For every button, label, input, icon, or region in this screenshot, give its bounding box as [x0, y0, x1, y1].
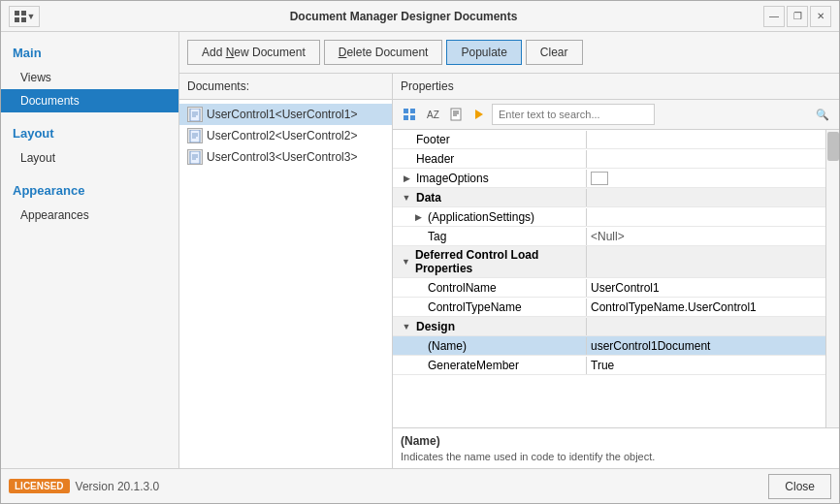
- prop-label-appsettings: ▶ (ApplicationSettings): [393, 208, 587, 226]
- prop-label-deferred: ▼ Deferred Control Load Properties: [393, 246, 587, 277]
- svg-rect-19: [410, 115, 415, 120]
- expand-imageoptions-icon[interactable]: ▶: [401, 173, 412, 184]
- svg-rect-3: [21, 17, 26, 22]
- status-left: LICENSED Version 20.1.3.0: [9, 479, 159, 493]
- prop-label-data: ▼ Data: [393, 189, 587, 206]
- svg-rect-16: [404, 109, 408, 113]
- doc-item-0[interactable]: UserControl1<UserControl1>: [179, 104, 392, 125]
- prop-section-design[interactable]: ▼ Design: [393, 317, 825, 336]
- prop-value-footer: [587, 138, 825, 142]
- minimize-button[interactable]: —: [763, 6, 785, 27]
- sidebar-section-main[interactable]: Main: [1, 40, 178, 66]
- prop-label-imageoptions: ▶ ImageOptions: [393, 170, 587, 187]
- documents-header: Documents:: [179, 74, 392, 100]
- sidebar: Main Views Documents Layout Layout Appea…: [1, 32, 179, 468]
- prop-row-header[interactable]: Header: [393, 149, 825, 169]
- prop-row-imageoptions[interactable]: ▶ ImageOptions: [393, 169, 825, 188]
- props-footer-desc: Indicates the name used in code to ident…: [401, 451, 831, 462]
- prop-label-generatemember: GenerateMember: [393, 357, 587, 374]
- doc-item-2[interactable]: UserControl3<UserControl3>: [179, 146, 392, 168]
- sidebar-item-documents[interactable]: Documents: [1, 89, 178, 112]
- prop-row-generatemember[interactable]: GenerateMember True: [393, 356, 825, 375]
- sidebar-item-appearances[interactable]: Appearances: [1, 204, 178, 227]
- prop-value-tag: <Null>: [587, 228, 825, 245]
- prop-value-controlname: UserControl1: [587, 279, 825, 297]
- prop-value-name: userControl1Document: [587, 337, 825, 355]
- doc-icon-2: [187, 149, 203, 165]
- doc-name-1: UserControl2<UserControl2>: [207, 129, 357, 142]
- prop-row-tag[interactable]: Tag <Null>: [393, 227, 825, 246]
- scrollbar-thumb: [827, 132, 839, 161]
- documents-list: UserControl1<UserControl1> UserControl2<…: [179, 100, 392, 468]
- prop-label-controltypename: ControlTypeName: [393, 299, 587, 316]
- expand-deferred-icon[interactable]: ▼: [401, 256, 411, 268]
- props-page-button[interactable]: [445, 104, 467, 125]
- prop-label-name: (Name): [393, 337, 587, 355]
- prop-label-footer: Footer: [393, 131, 587, 148]
- restore-button[interactable]: ❐: [787, 6, 808, 27]
- props-search-input[interactable]: [492, 104, 655, 125]
- window-title: Document Manager Designer Documents: [44, 10, 763, 23]
- dropdown-arrow-icon: ▼: [27, 12, 36, 21]
- prop-section-data[interactable]: ▼ Data: [393, 188, 825, 207]
- properties-header: Properties: [393, 74, 839, 100]
- svg-rect-1: [21, 11, 26, 16]
- prop-row-controlname[interactable]: ControlName UserControl1: [393, 278, 825, 298]
- doc-icon-0: [187, 107, 203, 122]
- doc-icon-1: [187, 128, 203, 143]
- svg-rect-0: [15, 11, 19, 16]
- prop-row-name[interactable]: (Name) userControl1Document: [393, 336, 825, 356]
- prop-label-design: ▼ Design: [393, 318, 587, 335]
- documents-panel: Documents: UserControl1<UserControl1>: [179, 74, 393, 468]
- prop-label-controlname: ControlName: [393, 279, 587, 297]
- props-scrollbar[interactable]: [825, 130, 839, 427]
- sidebar-section-layout[interactable]: Layout: [1, 120, 178, 146]
- svg-rect-2: [15, 17, 19, 22]
- close-window-button[interactable]: ✕: [810, 6, 831, 27]
- prop-row-appsettings[interactable]: ▶ (ApplicationSettings): [393, 207, 825, 227]
- imageoptions-value-box: [591, 172, 608, 185]
- prop-label-header: Header: [393, 150, 587, 168]
- close-button[interactable]: Close: [768, 474, 831, 499]
- prop-value-controltypename: ControlTypeName.UserControl1: [587, 299, 825, 316]
- delete-document-button[interactable]: Delete Document: [324, 40, 443, 65]
- doc-name-0: UserControl1<UserControl1>: [207, 108, 357, 121]
- prop-value-header: [587, 157, 825, 161]
- grid-view-button[interactable]: ▼: [9, 6, 40, 27]
- props-events-button[interactable]: [468, 104, 490, 125]
- toolbar: Add New Document Delete Document Populat…: [179, 32, 839, 74]
- doc-name-2: UserControl3<UserControl3>: [207, 150, 357, 164]
- prop-section-deferred[interactable]: ▼ Deferred Control Load Properties: [393, 246, 825, 278]
- populate-button[interactable]: Populate: [446, 40, 521, 65]
- expand-appsettings-icon[interactable]: ▶: [412, 211, 424, 223]
- svg-text:AZ: AZ: [427, 110, 439, 120]
- expand-data-icon[interactable]: ▼: [401, 192, 412, 204]
- window-controls: — ❐ ✕: [763, 6, 831, 27]
- main-content: Main Views Documents Layout Layout Appea…: [1, 32, 839, 468]
- add-document-button[interactable]: Add New Document: [187, 40, 320, 65]
- doc-item-1[interactable]: UserControl2<UserControl2>: [179, 125, 392, 146]
- properties-footer: (Name) Indicates the name used in code t…: [393, 427, 839, 468]
- prop-row-controltypename[interactable]: ControlTypeName ControlTypeName.UserCont…: [393, 298, 825, 317]
- expand-design-icon[interactable]: ▼: [401, 321, 412, 332]
- sidebar-item-layout[interactable]: Layout: [1, 146, 178, 170]
- props-footer-name: (Name): [401, 434, 831, 448]
- prop-label-tag: Tag: [393, 228, 587, 245]
- props-search-wrapper: 🔍: [492, 104, 833, 125]
- title-bar: ▼ Document Manager Designer Documents — …: [1, 1, 839, 32]
- version-text: Version 20.1.3.0: [76, 480, 160, 493]
- main-window: ▼ Document Manager Designer Documents — …: [0, 0, 840, 504]
- props-search-button[interactable]: 🔍: [814, 106, 831, 123]
- props-categorized-button[interactable]: [399, 104, 420, 125]
- svg-rect-18: [404, 115, 408, 120]
- content-area: Documents: UserControl1<UserControl1>: [179, 74, 839, 468]
- prop-row-footer[interactable]: Footer: [393, 130, 825, 149]
- sidebar-section-appearance[interactable]: Appearance: [1, 177, 178, 204]
- right-panel: Add New Document Delete Document Populat…: [179, 32, 839, 468]
- clear-button[interactable]: Clear: [526, 40, 583, 65]
- sidebar-item-views[interactable]: Views: [1, 66, 178, 89]
- svg-marker-25: [475, 110, 483, 119]
- svg-rect-17: [410, 109, 415, 113]
- prop-value-generatemember: True: [587, 357, 825, 374]
- props-alphabetical-button[interactable]: AZ: [422, 104, 443, 125]
